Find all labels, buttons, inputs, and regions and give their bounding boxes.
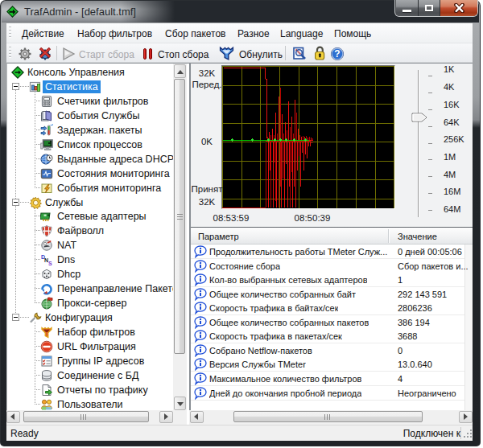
svg-text:?: ?	[334, 48, 340, 60]
svg-text:S: S	[48, 261, 52, 266]
